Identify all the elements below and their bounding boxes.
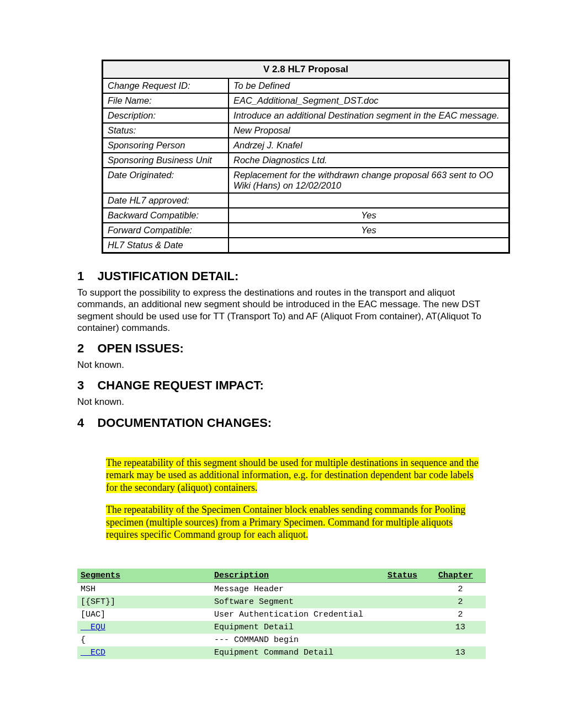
segment-cell: ECD: [77, 646, 211, 659]
table-row: MSHMessage Header2: [77, 582, 486, 596]
meta-value: Andrzej J. Knafel: [229, 138, 509, 153]
meta-value: [229, 238, 509, 253]
col-chapter: Chapter: [435, 569, 486, 583]
meta-label: File Name:: [103, 93, 229, 108]
segment-cell: {: [77, 634, 211, 646]
meta-value: Yes: [229, 223, 509, 238]
col-description: Description: [211, 569, 384, 583]
chapter-cell: 2: [435, 582, 486, 596]
meta-label: Description:: [103, 108, 229, 123]
chapter-cell: 13: [435, 646, 486, 659]
meta-label: Date HL7 approved:: [103, 193, 229, 208]
status-cell: [384, 582, 435, 596]
meta-value: Yes: [229, 208, 509, 223]
proposal-meta-table: V 2.8 HL7 Proposal Change Request ID:To …: [102, 60, 510, 254]
status-cell: [384, 621, 435, 634]
chapter-cell: 13: [435, 621, 486, 634]
segment-cell: EQU: [77, 621, 211, 634]
col-segments: Segments: [77, 569, 211, 583]
table-row: ECDEquipment Command Detail13: [77, 646, 486, 659]
segment-cell: [UAC]: [77, 608, 211, 621]
section-title: JUSTIFICATION DETAIL:: [97, 269, 238, 283]
meta-label: Change Request ID:: [103, 78, 229, 93]
meta-label: Date Originated:: [103, 168, 229, 193]
segment-link[interactable]: ECD: [81, 648, 105, 657]
section-body: Not known.: [77, 396, 486, 408]
meta-label: Forward Compatible:: [103, 223, 229, 238]
section-title: OPEN ISSUES:: [97, 341, 183, 356]
section-title: CHANGE REQUEST IMPACT:: [97, 378, 264, 393]
section-doc-changes: 4 DOCUMENTATION CHANGES:: [77, 416, 486, 430]
chapter-cell: 2: [435, 608, 486, 621]
description-cell: --- COMMAND begin: [211, 634, 384, 646]
segment-cell: [{SFT}]: [77, 596, 211, 608]
segment-link[interactable]: EQU: [81, 623, 105, 632]
meta-label: Sponsoring Person: [103, 138, 229, 153]
table-row: EQUEquipment Detail13: [77, 621, 486, 634]
meta-value: New Proposal: [229, 123, 509, 138]
description-cell: Message Header: [211, 582, 384, 596]
meta-label: Status:: [103, 123, 229, 138]
meta-label: Backward Compatible:: [103, 208, 229, 223]
description-cell: User Authentication Credential: [211, 608, 384, 621]
section-body: To support the possibility to express th…: [77, 287, 486, 334]
meta-value: EAC_Additional_Segment_DST.doc: [229, 93, 509, 108]
col-status: Status: [384, 569, 435, 583]
section-justification: 1 JUSTIFICATION DETAIL:: [77, 269, 486, 283]
highlight-p1: The repeatability of this segment should…: [106, 457, 479, 493]
status-cell: [384, 646, 435, 659]
description-cell: Equipment Command Detail: [211, 646, 384, 659]
meta-label: HL7 Status & Date: [103, 238, 229, 253]
highlighted-notes: The repeatability of this segment should…: [106, 457, 486, 541]
meta-value: Roche Diagnostics Ltd.: [229, 153, 509, 168]
highlight-p2: The repeatability of the Specimen Contai…: [106, 504, 465, 540]
section-body: Not known.: [77, 359, 486, 371]
section-change-impact: 3 CHANGE REQUEST IMPACT:: [77, 378, 486, 393]
meta-label: Sponsoring Business Unit: [103, 153, 229, 168]
meta-value: [229, 193, 509, 208]
status-cell: [384, 596, 435, 608]
description-cell: Software Segment: [211, 596, 384, 608]
status-cell: [384, 608, 435, 621]
chapter-cell: [435, 634, 486, 646]
description-cell: Equipment Detail: [211, 621, 384, 634]
meta-value: To be Defined: [229, 78, 509, 93]
section-number: 4: [77, 416, 95, 430]
section-title: DOCUMENTATION CHANGES:: [97, 416, 272, 430]
meta-value: Introduce an additional Destination segm…: [229, 108, 509, 123]
segment-cell: MSH: [77, 582, 211, 596]
status-cell: [384, 634, 435, 646]
table-row: [{SFT}]Software Segment2: [77, 596, 486, 608]
section-number: 3: [77, 378, 95, 393]
table-row: {--- COMMAND begin: [77, 634, 486, 646]
section-open-issues: 2 OPEN ISSUES:: [77, 341, 486, 356]
section-number: 1: [77, 269, 95, 283]
meta-title: V 2.8 HL7 Proposal: [103, 61, 509, 79]
table-row: [UAC]User Authentication Credential2: [77, 608, 486, 621]
section-number: 2: [77, 341, 95, 356]
chapter-cell: 2: [435, 596, 486, 608]
segments-table: Segments Description Status Chapter MSHM…: [77, 569, 486, 659]
meta-value: Replacement for the withdrawn change pro…: [229, 168, 509, 193]
